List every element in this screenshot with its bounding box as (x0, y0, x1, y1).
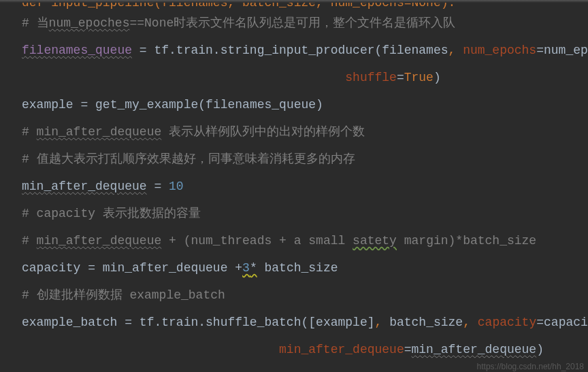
comment-text: + (num_threads + a small (161, 234, 353, 248)
watermark-text: https://blog.csdn.net/hh_2018 (477, 362, 584, 371)
comment-text: # (22, 234, 37, 248)
named-arg: capacity (478, 316, 536, 329)
code-text: def input_pipeline(filenames, batch_size… (22, 3, 455, 10)
paren: ) (536, 343, 544, 356)
equals: = (404, 343, 412, 356)
comment-text: # 创建批样例数据 example_batch (22, 288, 225, 302)
code-line: min_after_dequeue=min_after_dequeue) (22, 336, 588, 363)
argument: filenames (382, 44, 448, 57)
argument: capacity (544, 316, 588, 329)
code-line: example_batch = tf.train.shuffle_batch([… (22, 309, 588, 336)
argument: batch_size (389, 316, 463, 329)
code-text: batch_size (257, 261, 338, 275)
code-line: # 当num_epoches==None时表示文件名队列总是可用，整个文件名是循… (22, 10, 588, 37)
named-arg: min_after_dequeue (279, 343, 404, 356)
code-line: filenames_queue = tf.train.string_input_… (22, 37, 588, 64)
paren: ) (316, 98, 323, 112)
comment-text: # 当 (22, 16, 49, 30)
argument: min_after_dequeue (412, 343, 537, 356)
code-line: # capacity 表示批数据的容量 (22, 200, 588, 227)
equals: = (147, 180, 169, 193)
paren: ( (375, 44, 382, 57)
code-line: # 值越大表示打乱顺序效果越好，同事意味着消耗更多的内存 (22, 146, 588, 173)
comment-text: ==None时表示文件名队列总是可用，整个文件名是循环入队 (129, 16, 455, 30)
comment-typo: satety (353, 234, 397, 248)
operator: * (250, 261, 257, 275)
variable: min_after_dequeue (22, 180, 147, 193)
comment-underlined: num_epoches (49, 16, 130, 30)
argument: filenames_queue (206, 98, 316, 112)
comment-text: 表示从样例队列中的出对的样例个数 (161, 125, 365, 139)
argument: num_epochs (544, 44, 588, 57)
bracket: ] (368, 316, 375, 329)
code-line: # 创建批样例数据 example_batch (22, 282, 588, 309)
equals: = (536, 316, 544, 329)
partial-cutoff-line: def input_pipeline(filenames, batch_size… (22, 3, 588, 10)
comment-underlined: min_after_dequeue (37, 125, 162, 139)
function-call: string_input_producer (220, 44, 375, 57)
code-text: capacity = min_after_dequeue + (22, 261, 242, 275)
function-call: shuffle_batch (206, 316, 301, 329)
indent (22, 71, 345, 84)
comment-underlined: min_after_dequeue (37, 234, 162, 248)
function-call: get_my_example (95, 98, 198, 112)
code-text: = tf.train. (132, 44, 220, 57)
paren: ) (434, 71, 441, 84)
comment-text: # (22, 125, 37, 139)
code-text: example_batch = tf.train. (22, 316, 206, 329)
comment-text: # capacity 表示批数据的容量 (22, 207, 201, 220)
equals: = (536, 44, 544, 57)
argument: example (316, 316, 368, 329)
bracket: [ (308, 316, 316, 329)
paren: ( (198, 98, 206, 112)
code-line: min_after_dequeue = 10 (22, 173, 588, 200)
code-line: capacity = min_after_dequeue +3* batch_s… (22, 254, 588, 282)
keyword-true: True (404, 71, 434, 84)
variable: filenames_queue (22, 44, 132, 57)
number-literal: 10 (169, 180, 184, 193)
code-line: example = get_my_example(filenames_queue… (22, 91, 588, 118)
code-line: # min_after_dequeue 表示从样例队列中的出对的样例个数 (22, 118, 588, 146)
comma: , (375, 316, 390, 329)
indent (22, 343, 279, 356)
comment-text: margin)*batch_size (397, 234, 536, 248)
code-line: shuffle=True) (22, 64, 588, 91)
code-text: example = (22, 98, 95, 112)
paren: ( (301, 316, 308, 329)
comment-text: # 值越大表示打乱顺序效果越好，同事意味着消耗更多的内存 (22, 152, 355, 166)
named-arg: num_epochs (463, 44, 536, 57)
comma: , (448, 44, 463, 57)
named-arg: shuffle (345, 71, 397, 84)
code-line: # min_after_dequeue + (num_threads + a s… (22, 227, 588, 254)
number-literal: 3 (242, 261, 250, 275)
equals: = (397, 71, 404, 84)
code-editor[interactable]: def input_pipeline(filenames, batch_size… (0, 3, 588, 363)
comma: , (463, 316, 478, 329)
